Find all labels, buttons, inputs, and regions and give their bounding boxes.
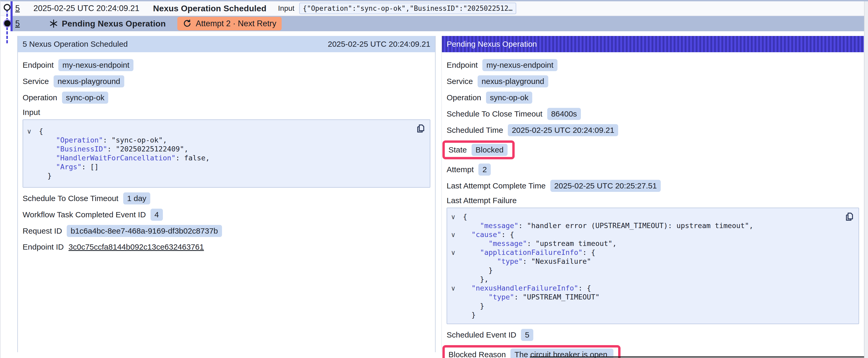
json-line-text: }: [39, 171, 52, 180]
field-endpoint-id: Endpoint ID 3c0c75ccfa8144b092c13ce63246…: [23, 241, 430, 253]
json-gutter: [447, 275, 463, 284]
attempt-badge-label: Attempt 2 · Next Retry: [196, 19, 276, 28]
json-line: "Operation": "sync-op-ok",: [23, 136, 425, 144]
chevron-down-icon[interactable]: ∨: [447, 284, 463, 293]
json-line: "type": "UPSTREAM_TIMEOUT": [447, 293, 853, 301]
asterisk-icon: [49, 19, 58, 28]
detail-panels: 5 Nexus Operation Scheduled 2025-02-25 U…: [17, 36, 864, 352]
json-gutter: [23, 154, 39, 162]
field-value-badge: sync-op-ok: [486, 92, 532, 104]
json-line-text: },: [463, 275, 489, 284]
field-label: Endpoint: [23, 61, 54, 70]
field-last-attempt-complete-time: Last Attempt Complete Time 2025-02-25 UT…: [446, 180, 859, 192]
json-line-text: "cause": {: [463, 230, 514, 239]
chevron-down-icon[interactable]: ∨: [447, 230, 463, 239]
pending-operation-panel: Pending Nexus Operation Endpoint my-nexu…: [441, 36, 864, 352]
chevron-down-icon[interactable]: ∨: [447, 212, 463, 221]
field-scheduled-time: Scheduled Time 2025-02-25 UTC 20:24:09.2…: [446, 124, 859, 136]
json-line: }: [447, 266, 853, 275]
field-value-badge: 86400s: [547, 108, 581, 120]
json-line: "message": "handler error (UPSTREAM_TIME…: [447, 221, 853, 230]
json-line-text: }: [463, 266, 493, 275]
scrollbar-track[interactable]: [864, 1, 868, 358]
field-attempt: Attempt 2: [446, 164, 859, 175]
event-detail-panel: 5 Nexus Operation Scheduled 2025-02-25 U…: [17, 36, 436, 352]
field-service: Service nexus-playground: [23, 75, 430, 88]
event-id-link[interactable]: 5: [15, 4, 20, 13]
json-line-text: {: [463, 212, 467, 221]
state-annotation-highlight: State Blocked: [442, 140, 515, 159]
event-history-view: 5 2025-02-25 UTC 20:24:09.21 Nexus Opera…: [0, 0, 868, 358]
json-gutter: [23, 162, 39, 171]
input-json-block: ∨{ "Operation": "sync-op-ok", "BusinessI…: [23, 120, 430, 188]
json-line-text: "applicationFailureInfo": {: [463, 248, 595, 257]
field-label: Workflow Task Completed Event ID: [23, 210, 146, 219]
field-operation: Operation sync-op-ok: [446, 92, 859, 104]
field-label: Last Attempt Complete Time: [446, 182, 546, 190]
json-line-text: "message": "upstream timeout",: [463, 239, 617, 248]
event-row-scheduled[interactable]: 5 2025-02-25 UTC 20:24:09.21 Nexus Opera…: [1, 1, 868, 16]
json-line: "HandlerWaitForCancellation": false,: [23, 154, 425, 162]
input-preview-chip[interactable]: {"Operation":"sync-op-ok","BusinessID":"…: [299, 3, 516, 14]
json-line-text: "type": "UPSTREAM_TIMEOUT": [463, 293, 599, 301]
field-value-badge: 2025-02-25 UTC 20:24:09.21: [508, 124, 618, 136]
json-line: },: [447, 275, 853, 284]
event-detail-title: 5 Nexus Operation Scheduled: [23, 40, 128, 48]
json-line-text: "message": "handler error (UPSTREAM_TIME…: [463, 221, 753, 230]
blocked-reason-annotation-highlight: Blocked Reason The circuit breaker is op…: [442, 345, 621, 358]
field-label: Endpoint ID: [23, 242, 64, 252]
endpoint-id-link[interactable]: 3c0c75ccfa8144b092c13ce632463761: [68, 242, 204, 252]
field-value-badge: 1 day: [123, 192, 150, 204]
pending-operation-row[interactable]: 5 Pending Nexus Operation Attempt 2 · Ne…: [12, 16, 865, 31]
json-line-text: {: [39, 127, 43, 136]
json-line: "BusinessID": "20250225122409",: [23, 144, 425, 154]
field-label: Scheduled Event ID: [446, 330, 516, 339]
field-value-badge: my-nexus-endpoint: [482, 59, 557, 71]
attempt-retry-badge: Attempt 2 · Next Retry: [177, 17, 282, 30]
chevron-down-icon[interactable]: ∨: [447, 248, 463, 257]
input-section-label: Input: [23, 108, 430, 117]
field-endpoint: Endpoint my-nexus-endpoint: [23, 59, 430, 71]
json-gutter: [447, 266, 463, 275]
field-label: Service: [23, 77, 49, 86]
field-label: Operation: [446, 93, 481, 102]
selected-indicator-bar: [10, 1, 12, 31]
field-service: Service nexus-playground: [446, 75, 859, 88]
json-line-text: "BusinessID": "20250225122409",: [39, 144, 188, 154]
json-line-text: }: [463, 311, 476, 319]
field-value-badge: 2025-02-25 UTC 20:25:27.51: [550, 180, 661, 192]
last-attempt-failure-label: Last Attempt Failure: [446, 196, 859, 205]
json-line: }: [23, 171, 425, 180]
field-label: Request ID: [23, 227, 62, 235]
json-gutter: [23, 136, 39, 144]
field-label: Schedule To Close Timeout: [23, 194, 119, 203]
field-schedule-to-close-timeout: Schedule To Close Timeout 1 day: [23, 192, 430, 204]
json-line: "message": "upstream timeout",: [447, 239, 853, 248]
json-line: ∨ "nexusHandlerFailureInfo": {: [447, 284, 853, 293]
copy-icon[interactable]: [844, 212, 854, 222]
json-gutter: [447, 311, 463, 319]
event-timeline: [1, 1, 16, 62]
pending-id-link[interactable]: 5: [15, 19, 20, 28]
json-line: ∨{: [447, 212, 853, 221]
copy-icon[interactable]: [415, 124, 426, 134]
json-line: "type": "NexusFailure": [447, 257, 853, 266]
field-label: Attempt: [446, 165, 474, 174]
json-gutter: [447, 301, 463, 311]
field-value-badge: sync-op-ok: [62, 92, 108, 104]
json-line-text: "HandlerWaitForCancellation": false,: [39, 154, 210, 162]
chevron-down-icon[interactable]: ∨: [23, 127, 39, 136]
json-line-text: }: [463, 301, 484, 311]
field-schedule-to-close-timeout: Schedule To Close Timeout 86400s: [446, 108, 859, 120]
field-state: State Blocked: [448, 144, 507, 156]
input-label: Input: [278, 4, 294, 12]
json-line: }: [447, 311, 853, 319]
field-value-badge: 2: [478, 164, 491, 175]
field-label: Endpoint: [446, 61, 477, 70]
field-value-badge: 5: [521, 329, 533, 341]
bottom-edge-line: [530, 356, 864, 357]
event-detail-timestamp: 2025-02-25 UTC 20:24:09.21: [328, 40, 430, 48]
field-request-id: Request ID b1c6a4bc-8ee7-468a-9169-df3b0…: [23, 225, 430, 237]
timeline-node-current-icon: [4, 20, 10, 27]
event-detail-header: 5 Nexus Operation Scheduled 2025-02-25 U…: [18, 36, 435, 52]
